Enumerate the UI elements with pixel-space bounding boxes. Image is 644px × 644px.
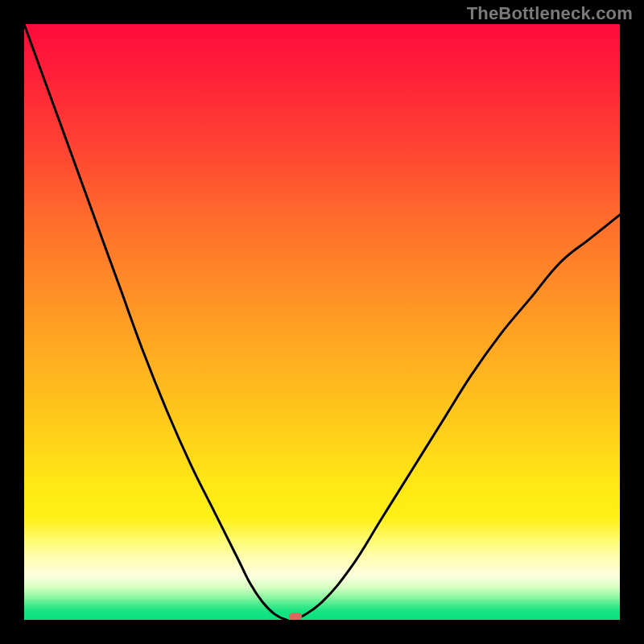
curve-layer (24, 24, 620, 620)
bottleneck-curve (24, 24, 620, 620)
plot-area (24, 24, 620, 620)
trough-marker (289, 613, 302, 620)
chart-frame: TheBottleneck.com (0, 0, 644, 644)
watermark-text: TheBottleneck.com (467, 3, 633, 24)
